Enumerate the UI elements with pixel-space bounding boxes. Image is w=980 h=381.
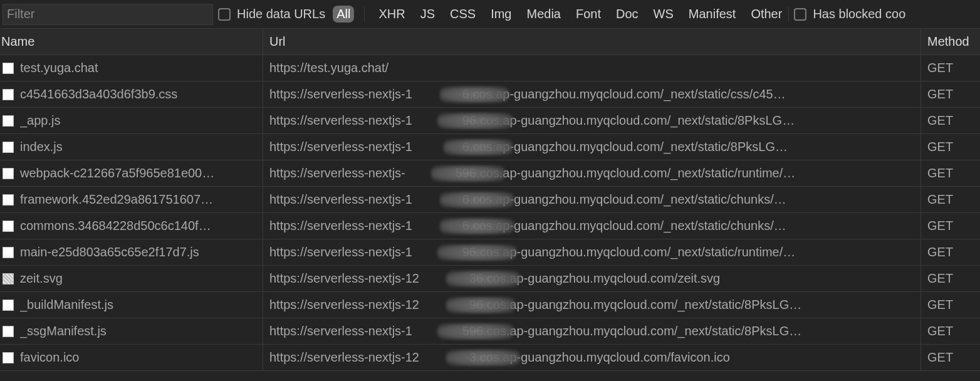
cell-name: framework.452ed29a861751607… — [0, 187, 263, 212]
type-filter-other[interactable]: Other — [747, 6, 786, 23]
type-filter-font[interactable]: Font — [572, 6, 605, 23]
cell-name: _buildManifest.js — [0, 292, 263, 318]
cell-method: GET — [921, 55, 980, 81]
request-url: https://serverless-nextjs- 596.cos.ap-gu… — [269, 166, 795, 180]
request-name: test.yuga.chat — [20, 61, 98, 75]
request-name: _ssgManifest.js — [20, 324, 107, 338]
cell-url: https://serverless-nextjs-12 96.cos.ap-g… — [263, 292, 921, 318]
request-name: main-e25d803a65c65e2f17d7.js — [20, 245, 199, 259]
table-row[interactable]: webpack-c212667a5f965e81e00…https://serv… — [0, 160, 980, 187]
js-file-icon — [3, 221, 14, 232]
type-filter-all[interactable]: All — [333, 6, 354, 23]
request-url: https://serverless-nextjs-12 3.cos.ap-gu… — [269, 350, 730, 365]
type-filter-media[interactable]: Media — [523, 6, 564, 23]
checkbox-icon — [794, 8, 806, 21]
table-row[interactable]: zeit.svghttps://serverless-nextjs-12 36.… — [0, 266, 980, 292]
has-blocked-cookies-checkbox[interactable]: Has blocked coo — [794, 7, 905, 21]
css-file-icon — [3, 89, 14, 100]
cell-url: https://test.yuga.chat/ — [263, 55, 921, 81]
cell-method: GET — [921, 318, 980, 344]
request-name: index.js — [20, 140, 63, 154]
network-request-table: Name Url Method test.yuga.chathttps://te… — [0, 29, 980, 371]
request-url: https://serverless-nextjs-1 6.cos.ap-gua… — [269, 219, 786, 233]
cell-url: https://serverless-nextjs-1 6.cos.ap-gua… — [263, 187, 921, 212]
column-header-method[interactable]: Method — [921, 29, 980, 55]
hide-data-urls-checkbox[interactable]: Hide data URLs — [218, 7, 325, 21]
js-file-icon — [3, 300, 14, 311]
cell-url: https://serverless-nextjs-1 96.cos.ap-gu… — [263, 108, 921, 133]
js-file-icon — [3, 247, 14, 258]
type-filter-css[interactable]: CSS — [446, 6, 479, 23]
table-row[interactable]: framework.452ed29a861751607…https://serv… — [0, 187, 980, 213]
request-url: https://serverless-nextjs-12 36.cos.ap-g… — [269, 271, 720, 286]
column-header-name[interactable]: Name — [0, 29, 263, 55]
request-name: _app.js — [20, 113, 61, 128]
cell-method: GET — [921, 266, 980, 291]
table-row[interactable]: commons.34684228d50c6c140f…https://serve… — [0, 213, 980, 239]
cell-url: https://serverless-nextjs-1 6.cos.ap-gua… — [263, 81, 921, 107]
cell-name: favicon.ico — [0, 345, 263, 370]
request-name: webpack-c212667a5f965e81e00… — [20, 166, 214, 180]
request-url: https://serverless-nextjs-1 6.cos.ap-gua… — [269, 140, 788, 154]
js-file-icon — [3, 142, 14, 153]
request-name: zeit.svg — [20, 271, 63, 286]
table-row[interactable]: c4541663d3a403d6f3b9.csshttps://serverle… — [0, 81, 980, 108]
cell-url: https://serverless-nextjs-12 36.cos.ap-g… — [263, 266, 921, 291]
filter-input-wrap[interactable] — [3, 4, 213, 25]
cell-method: GET — [921, 81, 980, 107]
filter-input[interactable] — [3, 7, 212, 21]
table-row[interactable]: test.yuga.chathttps://test.yuga.chat/GET — [0, 55, 980, 81]
cell-url: https://serverless-nextjs-1 96.cos.ap-gu… — [263, 239, 921, 265]
request-name: framework.452ed29a861751607… — [20, 192, 213, 207]
cell-method: GET — [921, 213, 980, 239]
request-name: commons.34684228d50c6c140f… — [20, 219, 211, 233]
cell-method: GET — [921, 187, 980, 212]
cell-method: GET — [921, 239, 980, 265]
type-filter-doc[interactable]: Doc — [612, 6, 642, 23]
js-file-icon — [3, 115, 14, 127]
cell-name: main-e25d803a65c65e2f17d7.js — [0, 239, 263, 265]
request-name: c4541663d3a403d6f3b9.css — [20, 87, 177, 102]
request-url: https://serverless-nextjs-1 96.cos.ap-gu… — [269, 113, 795, 128]
table-row[interactable]: favicon.icohttps://serverless-nextjs-12 … — [0, 345, 980, 371]
cell-url: https://serverless-nextjs-12 3.cos.ap-gu… — [263, 345, 921, 370]
table-row[interactable]: _ssgManifest.jshttps://serverless-nextjs… — [0, 318, 980, 345]
type-filter-xhr[interactable]: XHR — [375, 6, 409, 23]
table-header: Name Url Method — [0, 29, 980, 55]
js-file-icon — [3, 168, 14, 179]
cell-name: _app.js — [0, 108, 263, 133]
table-row[interactable]: _buildManifest.jshttps://serverless-next… — [0, 292, 980, 318]
has-blocked-cookies-label: Has blocked coo — [813, 7, 905, 21]
type-filter-manifest[interactable]: Manifest — [685, 6, 740, 23]
table-body: test.yuga.chathttps://test.yuga.chat/GET… — [0, 55, 980, 371]
type-filter-img[interactable]: Img — [487, 6, 515, 23]
type-filter-js[interactable]: JS — [417, 6, 439, 23]
table-row[interactable]: main-e25d803a65c65e2f17d7.jshttps://serv… — [0, 239, 980, 266]
cell-url: https://serverless-nextjs-1 6.cos.ap-gua… — [263, 213, 921, 239]
column-header-url[interactable]: Url — [263, 29, 921, 55]
cell-name: commons.34684228d50c6c140f… — [0, 213, 263, 239]
separator — [364, 7, 365, 22]
type-filter-group: AllXHRJSCSSImgMediaFontDocWSManifestOthe… — [333, 6, 786, 23]
type-filter-ws[interactable]: WS — [650, 6, 677, 23]
network-filter-bar: Hide data URLs AllXHRJSCSSImgMediaFontDo… — [0, 0, 980, 29]
cell-method: GET — [921, 160, 980, 186]
table-row[interactable]: _app.jshttps://serverless-nextjs-1 96.co… — [0, 108, 980, 134]
cell-name: index.js — [0, 134, 263, 160]
request-url: https://serverless-nextjs-1 6.cos.ap-gua… — [269, 192, 786, 207]
checkbox-icon — [218, 8, 231, 21]
request-url: https://test.yuga.chat/ — [269, 61, 388, 75]
table-row[interactable]: index.jshttps://serverless-nextjs-1 6.co… — [0, 134, 980, 160]
cell-name: test.yuga.chat — [0, 55, 263, 81]
cell-name: _ssgManifest.js — [0, 318, 263, 344]
cell-method: GET — [921, 134, 980, 160]
request-name: favicon.ico — [20, 350, 80, 365]
js-file-icon — [3, 194, 14, 206]
request-url: https://serverless-nextjs-1 596.cos.ap-g… — [269, 324, 801, 338]
request-name: _buildManifest.js — [20, 298, 113, 312]
cell-method: GET — [921, 345, 980, 370]
cell-url: https://serverless-nextjs-1 6.cos.ap-gua… — [263, 134, 921, 160]
js-file-icon — [3, 326, 14, 337]
cell-method: GET — [921, 292, 980, 318]
hide-data-urls-label: Hide data URLs — [237, 7, 325, 21]
